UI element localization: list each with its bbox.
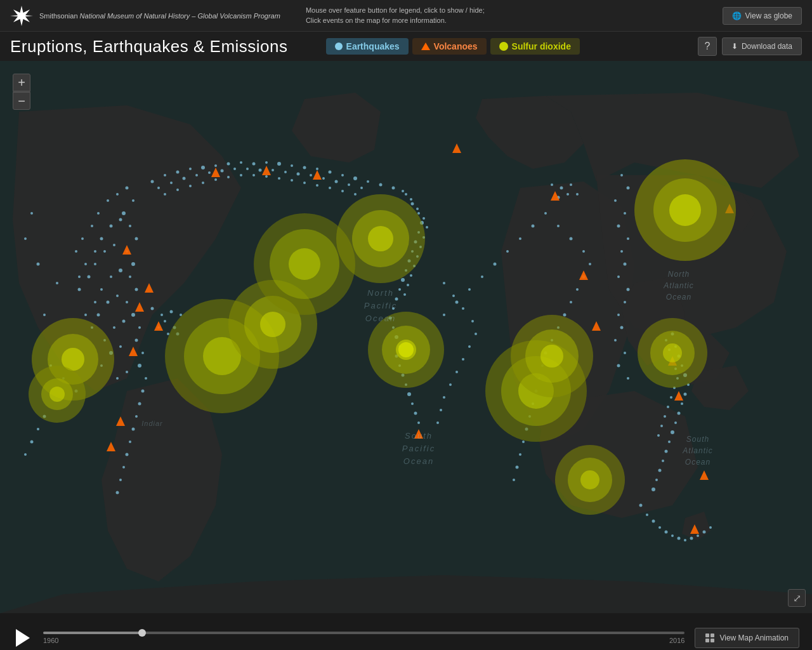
view-animation-button[interactable]: View Map Animation xyxy=(695,628,799,648)
svg-point-265 xyxy=(167,333,169,335)
zoom-controls: + − xyxy=(13,74,30,110)
svg-point-79 xyxy=(379,183,383,187)
view-globe-button[interactable]: 🌐 View as globe xyxy=(723,7,802,25)
svg-point-15 xyxy=(141,352,144,354)
svg-point-138 xyxy=(417,421,420,424)
sulfur-button[interactable]: Sulfur dioxide xyxy=(490,38,580,55)
svg-point-314 xyxy=(289,248,320,280)
svg-text:Pacific: Pacific xyxy=(364,301,397,310)
svg-point-175 xyxy=(667,406,669,408)
svg-point-11 xyxy=(126,301,128,303)
svg-point-75 xyxy=(329,171,332,174)
svg-point-329 xyxy=(580,470,599,489)
svg-point-16 xyxy=(138,364,141,368)
svg-point-103 xyxy=(240,174,242,176)
svg-point-12 xyxy=(131,313,135,317)
timeline-slider[interactable] xyxy=(43,632,684,634)
svg-point-47 xyxy=(81,237,84,240)
svg-point-231 xyxy=(570,301,572,303)
institution-text: Smithsonian National Museum of Natural H… xyxy=(39,12,280,20)
earthquakes-button[interactable]: Earthquakes xyxy=(326,38,409,55)
help-button[interactable]: ? xyxy=(698,37,717,56)
svg-point-108 xyxy=(303,182,306,184)
svg-point-195 xyxy=(617,225,620,228)
svg-point-58 xyxy=(122,466,125,468)
svg-point-174 xyxy=(670,396,672,399)
svg-point-81 xyxy=(170,182,173,184)
download-button[interactable]: ⬇ Download data xyxy=(722,37,802,55)
svg-point-38 xyxy=(100,288,103,291)
svg-point-224 xyxy=(544,212,547,215)
volcano-triangle-icon xyxy=(421,43,430,50)
svg-point-245 xyxy=(513,479,515,481)
svg-point-185 xyxy=(678,537,681,540)
svg-point-93 xyxy=(322,177,325,180)
svg-point-42 xyxy=(91,225,93,227)
play-button[interactable] xyxy=(13,628,33,648)
svg-point-326 xyxy=(540,345,563,368)
svg-text:South: South xyxy=(405,431,433,441)
svg-point-14 xyxy=(135,339,138,342)
svg-point-32 xyxy=(113,326,115,329)
svg-point-193 xyxy=(614,199,617,202)
zoom-out-button[interactable]: − xyxy=(13,92,30,110)
svg-point-206 xyxy=(617,364,620,368)
zoom-in-button[interactable]: + xyxy=(13,74,30,91)
svg-point-149 xyxy=(407,284,409,286)
svg-point-123 xyxy=(401,278,405,282)
svg-point-223 xyxy=(532,225,535,228)
svg-point-181 xyxy=(652,520,655,523)
svg-point-274 xyxy=(37,428,39,430)
svg-point-25 xyxy=(119,345,122,348)
svg-point-65 xyxy=(201,166,205,169)
svg-point-188 xyxy=(697,534,699,537)
svg-point-104 xyxy=(252,174,255,176)
grid-icon xyxy=(705,633,714,642)
svg-point-20 xyxy=(119,218,122,222)
svg-point-6 xyxy=(135,237,138,241)
svg-point-94 xyxy=(335,180,338,183)
svg-point-232 xyxy=(563,314,566,317)
svg-point-60 xyxy=(116,491,119,494)
svg-point-273 xyxy=(30,441,34,444)
fullscreen-button[interactable]: ⤢ xyxy=(788,589,806,607)
svg-point-83 xyxy=(195,174,198,176)
svg-point-96 xyxy=(360,187,363,189)
map-container[interactable]: North Pacific Ocean South Pacific Ocean … xyxy=(0,61,812,613)
svg-point-187 xyxy=(690,537,693,540)
volcanoes-button[interactable]: Volcanoes xyxy=(412,38,487,55)
svg-point-24 xyxy=(122,320,126,323)
svg-point-252 xyxy=(462,358,464,361)
svg-text:Atlantic: Atlantic xyxy=(663,281,693,290)
svg-point-317 xyxy=(368,226,393,251)
svg-point-66 xyxy=(214,164,217,167)
svg-point-137 xyxy=(414,412,417,415)
svg-point-194 xyxy=(624,212,626,215)
title-bar: Eruptions, Earthquakes & Emissions Earth… xyxy=(0,32,812,61)
svg-point-18 xyxy=(141,390,145,393)
logo-area: Smithsonian National Museum of Natural H… xyxy=(10,4,280,27)
svg-point-74 xyxy=(316,168,318,170)
svg-text:North: North xyxy=(367,288,394,298)
instruction-line2: Click events on the map for more informa… xyxy=(306,16,723,25)
svg-text:Atlantic: Atlantic xyxy=(682,446,712,455)
svg-point-29 xyxy=(103,250,106,253)
svg-point-190 xyxy=(709,526,712,529)
svg-point-28 xyxy=(110,225,113,228)
svg-point-251 xyxy=(468,345,471,348)
svg-point-269 xyxy=(570,183,572,186)
svg-point-80 xyxy=(157,187,160,189)
smithsonian-logo xyxy=(10,4,33,27)
svg-point-183 xyxy=(665,531,668,534)
svg-point-197 xyxy=(620,250,623,253)
svg-point-243 xyxy=(519,453,521,456)
svg-point-111 xyxy=(341,190,344,192)
svg-point-220 xyxy=(494,263,497,266)
svg-point-207 xyxy=(627,377,629,380)
svg-point-44 xyxy=(88,275,91,279)
svg-text:Ocean: Ocean xyxy=(685,458,710,467)
svg-point-110 xyxy=(329,187,331,189)
download-icon: ⬇ xyxy=(731,42,738,51)
svg-point-23 xyxy=(116,295,119,297)
svg-point-52 xyxy=(78,275,81,278)
